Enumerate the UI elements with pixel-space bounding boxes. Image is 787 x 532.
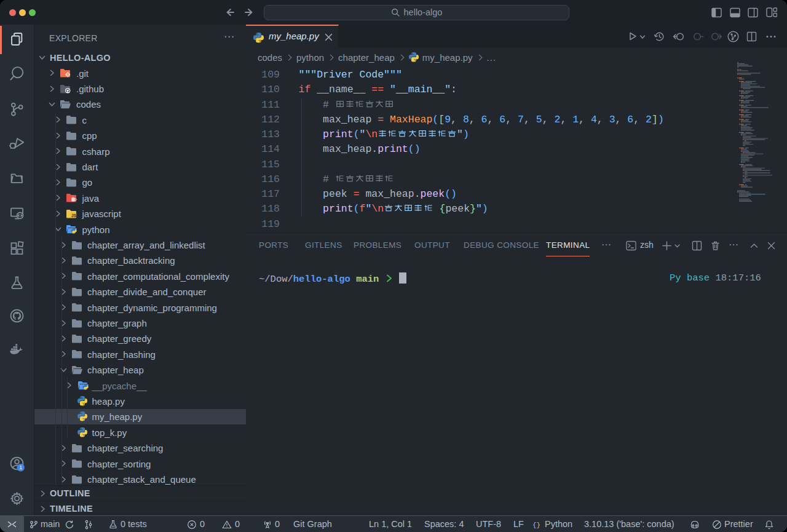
- svg-text:JS: JS: [71, 213, 76, 217]
- svg-text:1: 1: [19, 464, 22, 470]
- svg-text:{}: {}: [532, 522, 540, 529]
